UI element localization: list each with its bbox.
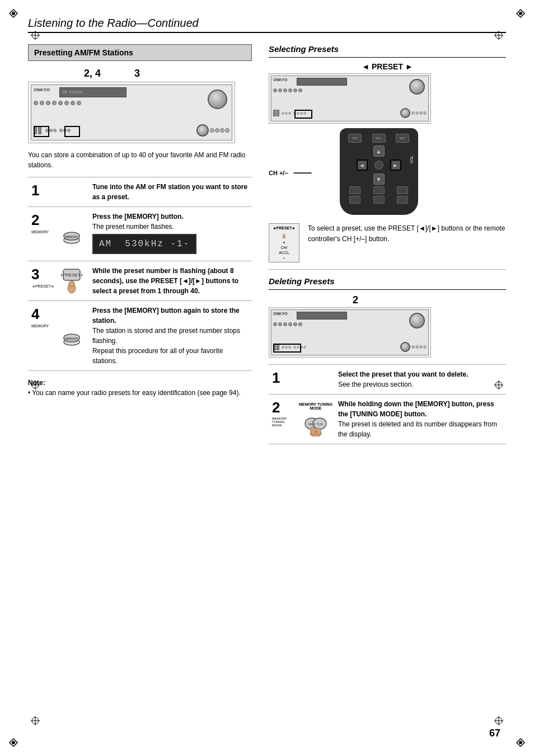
step-text-2: Press the [MEMORY] button. The preset nu… (89, 207, 252, 261)
remote-diagram: SYS REC MUT ▲ ▼ ◄ (317, 128, 418, 218)
diagram-labels: 2, 4 3 (84, 68, 252, 79)
svg-text:MEM: MEM (308, 422, 315, 426)
step-num-3: 3 ◄PRESET► (28, 261, 58, 301)
crosshair-bot-right (494, 716, 503, 725)
svg-text:TUN: TUN (317, 422, 323, 426)
note-item-0: • You can name your radio presets for ea… (28, 388, 252, 398)
receiver-diagram-left: ONKYO AM 530kHz (28, 82, 235, 143)
main-content: Presetting AM/FM Stations 2, 4 3 ONKYO A… (28, 44, 506, 444)
delete-step-text-1: Select the preset that you want to delet… (335, 365, 506, 395)
step-row-2: 2 MEMORY MEMORY (28, 207, 252, 261)
delete-step-row-1: 1 Select the preset that you want to del… (269, 365, 506, 395)
ch-label: CH +/– (269, 170, 288, 176)
step-text-3: While the preset number is flashing (abo… (89, 261, 252, 301)
receiver-diagram-deleting: ONKYO (269, 307, 431, 358)
selecting-presets-title: Selecting Presets (269, 44, 506, 54)
crosshair-top-right (494, 31, 503, 40)
svg-point-2 (12, 741, 15, 744)
crosshair-mid-left (31, 381, 40, 389)
delete-step-text-2: While holding down the [MEMORY] button, … (335, 395, 506, 444)
corner-mark-bl (8, 738, 18, 748)
deleting-section: Deleting Presets 2 ONKYO (269, 276, 506, 444)
svg-rect-33 (283, 233, 284, 237)
step-icon-2: MEMORY (58, 207, 89, 261)
svg-rect-34 (284, 234, 285, 237)
corner-mark-tl (8, 8, 18, 18)
receiver-sm-inner: ONKYO (271, 76, 429, 121)
svg-text:MEMORY: MEMORY (65, 235, 78, 238)
display-readout: AM 530kHz -1- (92, 234, 196, 254)
deleting-presets-title: Deleting Presets (269, 276, 506, 286)
corner-mark-br (516, 738, 526, 748)
step-text-1: Tune into the AM or FM station you want … (89, 177, 252, 207)
step-text-4: Press the [MEMORY] button again to store… (89, 301, 252, 371)
page-number: 67 (489, 727, 500, 739)
step-icon-3: ◄PRESET► (58, 261, 89, 301)
section-title: Presetting AM/FM Stations (34, 48, 133, 57)
crosshair-top-left (31, 31, 40, 40)
page-header: Listening to the Radio—Continued (28, 17, 506, 33)
deleting-steps-table: 1 Select the preset that you want to del… (269, 364, 506, 444)
steps-table: 1 Tune into the AM or FM station you wan… (28, 177, 252, 371)
crosshair-bot-left (31, 716, 40, 725)
receiver-inner: ONKYO AM 530kHz (31, 84, 232, 140)
diagram-label-24: 2, 4 (84, 68, 101, 79)
svg-rect-41 (316, 428, 321, 435)
step-icon-1 (58, 177, 89, 207)
preset-instruction-text: To select a preset, use the PRESET [◄]/[… (308, 223, 506, 245)
step-icon-4: MEMORY (58, 301, 89, 371)
preset-button-image: ◄PRESET► + CH/ ACCL – (269, 223, 302, 262)
step-row-4: 4 MEMORY MEMORY (28, 301, 252, 371)
step-num-2: 2 MEMORY (28, 207, 58, 261)
svg-point-3 (519, 741, 522, 744)
note-section: Note: • You can name your radio presets … (28, 378, 252, 398)
step-row-1: 1 Tune into the AM or FM station you wan… (28, 177, 252, 207)
step-num-1: 1 (28, 177, 58, 207)
svg-point-0 (12, 12, 15, 15)
delete-step-icon-1 (297, 365, 335, 395)
right-column: Selecting Presets ◄ PRESET ► ONKYO (269, 44, 506, 444)
memory-icon-2: MEMORY (60, 325, 83, 347)
delete-step-icon-2: MEMORY TUNINGMODE MEM TUN (297, 395, 335, 444)
section-title-box: Presetting AM/FM Stations (28, 44, 252, 61)
section-divider (269, 269, 506, 270)
diagram-label-3: 3 (134, 68, 140, 79)
svg-text:◄PRESET►: ◄PRESET► (61, 273, 82, 278)
delete-step-num-1: 1 (269, 365, 297, 395)
crosshair-mid-right (494, 381, 503, 389)
step-row-3: 3 ◄PRESET► ◄PRESET► (28, 261, 252, 301)
page: Listening to the Radio—Continued Presett… (0, 0, 534, 756)
svg-point-28 (69, 281, 74, 287)
header-title: Listening to the Radio—Continued (28, 17, 199, 29)
receiver-diagram-right-top: ONKYO (269, 73, 431, 124)
preset-icon: ◄PRESET► (60, 270, 83, 292)
memory-icon: MEMORY (60, 223, 83, 245)
svg-text:MEMORY: MEMORY (65, 337, 78, 340)
left-column: Presetting AM/FM Stations 2, 4 3 ONKYO A… (28, 44, 252, 444)
delete-step-row-2: 2 MEMORY TUNINGMODE MEMORY TUNINGMODE (269, 395, 506, 444)
svg-rect-40 (311, 427, 315, 435)
delete-step-num-2: 2 MEMORY TUNINGMODE (269, 395, 297, 444)
intro-text: You can store a combination of up to 40 … (28, 150, 252, 170)
svg-point-1 (519, 12, 522, 15)
preset-selector-area: ◄PRESET► + CH/ ACCL – (269, 223, 506, 262)
step-num-4: 4 MEMORY (28, 301, 58, 371)
preset-header: ◄ PRESET ► (269, 62, 506, 71)
deleting-diagram-label: 2 (353, 294, 506, 306)
corner-mark-tr (516, 8, 526, 18)
